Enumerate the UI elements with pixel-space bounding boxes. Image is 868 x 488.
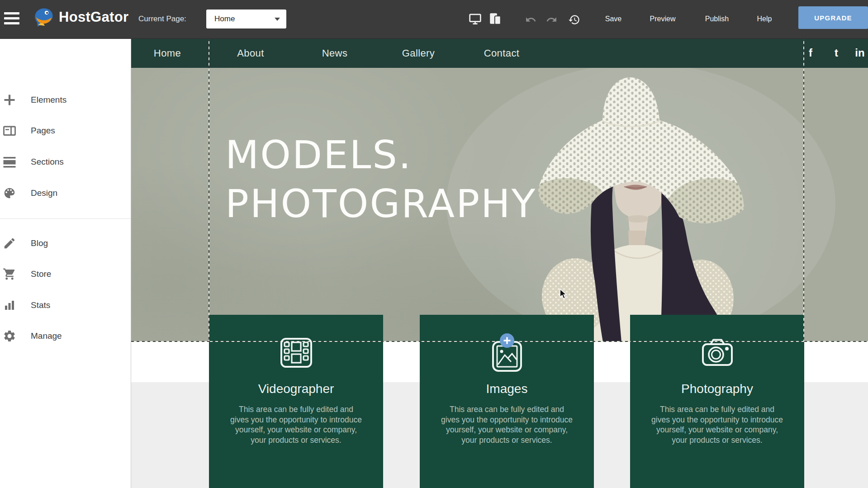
sidebar-item-manage[interactable]: Manage <box>0 327 131 345</box>
section-selection-border-right <box>803 38 804 342</box>
site-nav-contact[interactable]: Contact <box>484 38 520 68</box>
help-button[interactable]: Help <box>757 15 772 23</box>
dropdown-caret-icon <box>275 18 280 21</box>
film-icon <box>280 337 313 369</box>
sidebar-item-sections[interactable]: Sections <box>0 153 131 171</box>
site-canvas: Home About News Gallery Contact f t in <box>131 38 868 488</box>
sidebar-item-label: Design <box>31 184 57 202</box>
sidebar-item-pages[interactable]: Pages <box>0 122 131 140</box>
card-icon-wrap <box>630 335 804 378</box>
card-videographer[interactable]: Videographer This area can be fully edit… <box>209 315 383 488</box>
card-body: This area can be fully edited and gives … <box>229 404 363 445</box>
sidebar-item-blog[interactable]: Blog <box>0 234 131 252</box>
pencil-icon <box>3 237 16 250</box>
site-nav-about[interactable]: About <box>237 38 264 68</box>
upgrade-button[interactable]: UPGRADE <box>798 6 868 29</box>
desktop-preview-icon[interactable] <box>469 14 481 25</box>
pages-icon <box>3 124 16 137</box>
bar-chart-icon <box>3 298 16 312</box>
site-nav-home[interactable]: Home <box>154 38 181 68</box>
card-body: This area can be fully edited and gives … <box>650 404 784 445</box>
sidebar-item-label: Sections <box>31 153 64 171</box>
card-icon-wrap <box>420 335 594 378</box>
page-select-value: Home <box>214 14 235 24</box>
palette-icon <box>3 186 16 200</box>
card-images[interactable]: Images This area can be fully edited and… <box>420 315 594 488</box>
hero-section[interactable]: MODELS. PHOTOGRAPHY <box>131 68 868 342</box>
history-icon[interactable] <box>568 14 580 26</box>
card-photography[interactable]: Photography This area can be fully edite… <box>630 315 804 488</box>
sidebar-item-stats[interactable]: Stats <box>0 296 131 314</box>
sidebar-item-elements[interactable]: Elements <box>0 91 131 109</box>
cart-icon <box>3 267 16 281</box>
editor-toolbar: HostGator Current Page: Home Save Previe… <box>0 0 868 39</box>
sidebar-item-label: Store <box>31 265 51 283</box>
current-page-label: Current Page: <box>138 14 186 24</box>
sidebar-item-label: Elements <box>31 91 66 109</box>
sidebar-item-store[interactable]: Store <box>0 265 131 283</box>
preview-button[interactable]: Preview <box>650 15 676 23</box>
section-selection-border-left <box>209 38 209 342</box>
card-title: Photography <box>630 382 804 396</box>
sidebar-item-label: Blog <box>31 234 48 252</box>
hostgator-logo[interactable]: HostGator <box>33 7 128 28</box>
sidebar-item-label: Pages <box>31 122 55 140</box>
site-nav-news[interactable]: News <box>322 38 348 68</box>
add-image-badge <box>500 333 514 348</box>
hero-title-line1: MODELS. <box>225 130 536 179</box>
hero-title-line2: PHOTOGRAPHY <box>225 179 536 228</box>
undo-icon[interactable] <box>525 14 536 25</box>
brand-name: HostGator <box>59 9 128 25</box>
sidebar-item-label: Stats <box>31 296 50 314</box>
editor-sidebar: Elements Pages Sections Design Blog Stor… <box>0 38 131 488</box>
card-icon-wrap <box>209 335 383 378</box>
plus-icon <box>3 93 16 107</box>
mobile-preview-icon[interactable] <box>489 13 502 25</box>
twitter-icon[interactable]: t <box>835 38 838 67</box>
hero-title[interactable]: MODELS. PHOTOGRAPHY <box>225 130 536 228</box>
card-title: Videographer <box>209 382 383 396</box>
sidebar-item-design[interactable]: Design <box>0 184 131 202</box>
hamburger-menu-icon[interactable] <box>4 12 20 25</box>
sections-icon <box>3 155 16 169</box>
publish-button[interactable]: Publish <box>705 15 729 23</box>
site-nav-gallery[interactable]: Gallery <box>402 38 435 68</box>
facebook-icon[interactable]: f <box>809 38 812 67</box>
card-title: Images <box>420 382 594 396</box>
sidebar-divider <box>0 218 131 219</box>
site-navbar: Home About News Gallery Contact f t in <box>131 38 868 68</box>
save-button[interactable]: Save <box>605 15 621 23</box>
card-body: This area can be fully edited and gives … <box>440 404 574 445</box>
gear-icon <box>3 329 16 343</box>
camera-icon <box>702 338 733 367</box>
image-icon <box>491 333 523 374</box>
hostgator-mascot-icon <box>33 7 55 28</box>
redo-icon[interactable] <box>546 14 557 25</box>
page-select-dropdown[interactable]: Home <box>206 9 286 28</box>
linkedin-icon[interactable]: in <box>855 38 864 67</box>
sidebar-item-label: Manage <box>31 327 62 345</box>
